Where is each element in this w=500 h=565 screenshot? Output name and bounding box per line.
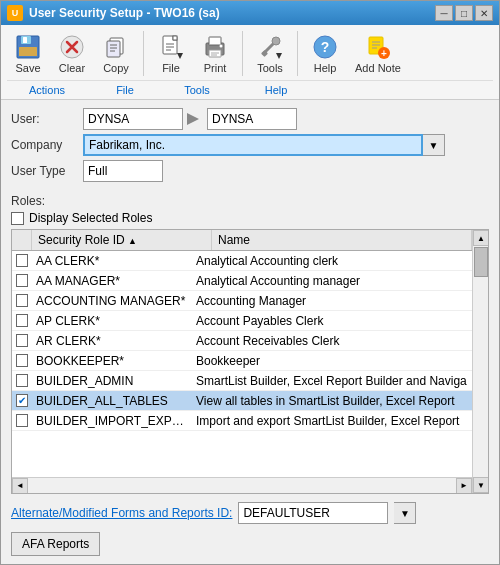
role-id-cell: ACCOUNTING MANAGER*	[32, 292, 192, 310]
company-field[interactable]	[83, 134, 423, 156]
role-id-cell: AA CLERK*	[32, 252, 192, 270]
scroll-up-button[interactable]: ▲	[473, 230, 488, 246]
tools-button[interactable]: Tools	[249, 29, 291, 78]
role-id-cell: BOOKKEEPER*	[32, 352, 192, 370]
role-id-cell: BUILDER_ADMIN	[32, 372, 192, 390]
table-row[interactable]: ACCOUNTING MANAGER*Accounting Manager	[12, 291, 472, 311]
row-checkbox-cell	[12, 312, 32, 329]
svg-rect-5	[19, 47, 37, 56]
afa-row: AFA Reports	[11, 524, 489, 556]
help-label: Help	[314, 62, 337, 74]
th-name: Name	[212, 230, 472, 250]
row-checkbox[interactable]	[16, 334, 28, 347]
help-icon: ?	[311, 33, 339, 61]
file-label: File	[162, 62, 180, 74]
user-separator-icon	[183, 108, 203, 130]
h-scroll-track[interactable]	[28, 478, 456, 493]
sort-icon: ▲	[128, 236, 137, 246]
row-checkbox[interactable]: ✔	[16, 394, 28, 407]
alternate-label[interactable]: Alternate/Modified Forms and Reports ID:	[11, 506, 232, 520]
row-checkbox[interactable]	[16, 374, 28, 387]
roles-section: Roles: Display Selected Roles Security R…	[11, 194, 489, 494]
row-checkbox[interactable]	[16, 414, 28, 427]
horizontal-scrollbar[interactable]: ◄ ►	[12, 477, 472, 493]
maximize-button[interactable]: □	[455, 5, 473, 21]
table-row[interactable]: AR CLERK*Account Receivables Clerk	[12, 331, 472, 351]
table-row[interactable]: AA CLERK*Analytical Accounting clerk	[12, 251, 472, 271]
row-checkbox[interactable]	[16, 354, 28, 367]
row-checkbox-cell	[12, 292, 32, 309]
scroll-track	[473, 246, 488, 477]
role-name-cell: Import and export SmartList Builder, Exc…	[192, 412, 472, 430]
main-window: U User Security Setup - TWO16 (sa) ─ □ ✕	[0, 0, 500, 565]
section-file[interactable]: File	[87, 83, 163, 97]
table-row[interactable]: ✔BUILDER_ALL_TABLESView all tables in Sm…	[12, 391, 472, 411]
scroll-thumb[interactable]	[474, 247, 488, 277]
usertype-row: User Type	[11, 160, 489, 182]
alternate-dropdown-arrow[interactable]: ▼	[394, 502, 416, 524]
add-note-icon: +	[364, 33, 392, 61]
svg-text:+: +	[381, 48, 387, 59]
window-controls: ─ □ ✕	[435, 5, 493, 21]
save-icon	[14, 33, 42, 61]
print-label: Print	[204, 62, 227, 74]
display-selected-checkbox[interactable]	[11, 212, 24, 225]
print-icon	[201, 33, 229, 61]
company-dropdown-arrow[interactable]: ▼	[423, 134, 445, 156]
row-checkbox[interactable]	[16, 314, 28, 327]
table-row[interactable]: AP CLERK*Account Payables Clerk	[12, 311, 472, 331]
vertical-scrollbar[interactable]: ▲ ▼	[472, 230, 488, 493]
app-icon: U	[7, 5, 23, 21]
row-checkbox[interactable]	[16, 254, 28, 267]
role-name-cell: Accounting Manager	[192, 292, 472, 310]
file-icon	[157, 33, 185, 61]
role-id-cell: AA MANAGER*	[32, 272, 192, 290]
svg-text:U: U	[12, 8, 19, 18]
section-tools[interactable]: Tools	[163, 83, 231, 97]
row-checkbox-cell	[12, 412, 32, 429]
user-field-2[interactable]	[207, 108, 297, 130]
svg-rect-8	[107, 41, 120, 57]
print-button[interactable]: Print	[194, 29, 236, 78]
save-label: Save	[15, 62, 40, 74]
toolbar-buttons: Save Clear	[7, 29, 493, 78]
company-row: Company ▼	[11, 134, 489, 156]
alternate-input[interactable]	[238, 502, 388, 524]
scroll-left-button[interactable]: ◄	[12, 478, 28, 494]
row-checkbox[interactable]	[16, 294, 28, 307]
row-checkbox-cell: ✔	[12, 392, 32, 409]
row-checkbox-cell	[12, 252, 32, 269]
title-bar: U User Security Setup - TWO16 (sa) ─ □ ✕	[1, 1, 499, 25]
table-row[interactable]: BUILDER_ADMINSmartList Builder, Excel Re…	[12, 371, 472, 391]
section-help[interactable]: Help	[231, 83, 321, 97]
roles-table: Security Role ID ▲ Name AA CLERK*Analyti…	[11, 229, 489, 494]
table-row[interactable]: BUILDER_IMPORT_EXPORTImport and export S…	[12, 411, 472, 431]
save-button[interactable]: Save	[7, 29, 49, 78]
scroll-right-button[interactable]: ►	[456, 478, 472, 494]
copy-icon	[102, 33, 130, 61]
clear-button[interactable]: Clear	[51, 29, 93, 78]
close-button[interactable]: ✕	[475, 5, 493, 21]
row-checkbox[interactable]	[16, 274, 28, 287]
copy-button[interactable]: Copy	[95, 29, 137, 78]
svg-point-24	[272, 37, 280, 45]
afa-reports-button[interactable]: AFA Reports	[11, 532, 100, 556]
row-checkbox-cell	[12, 272, 32, 289]
role-id-cell: BUILDER_ALL_TABLES	[32, 392, 192, 410]
table-row[interactable]: AA MANAGER*Analytical Accounting manager	[12, 271, 472, 291]
clear-label: Clear	[59, 62, 85, 74]
tools-label: Tools	[257, 62, 283, 74]
scroll-down-button[interactable]: ▼	[473, 477, 488, 493]
add-note-button[interactable]: + Add Note	[348, 29, 408, 78]
section-actions[interactable]: Actions	[7, 83, 87, 97]
table-row[interactable]: BOOKKEEPER*Bookkeeper	[12, 351, 472, 371]
usertype-label: User Type	[11, 164, 83, 178]
file-button[interactable]: File	[150, 29, 192, 78]
usertype-field[interactable]	[83, 160, 163, 182]
user-field-1[interactable]	[83, 108, 183, 130]
help-button[interactable]: ? Help	[304, 29, 346, 78]
clear-icon	[58, 33, 86, 61]
minimize-button[interactable]: ─	[435, 5, 453, 21]
row-checkbox-cell	[12, 352, 32, 369]
role-name-cell: Account Payables Clerk	[192, 312, 472, 330]
